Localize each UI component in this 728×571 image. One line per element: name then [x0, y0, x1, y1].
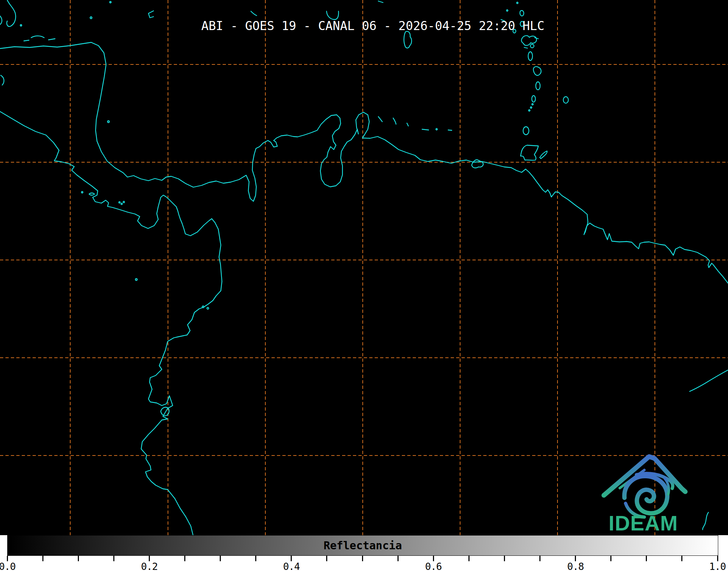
colorbar-minor-tick: [539, 556, 540, 561]
colorbar-major-tick: [433, 556, 434, 561]
coastline-marie-galante: [530, 44, 534, 48]
colorbar-minor-tick: [397, 556, 399, 561]
colorbar-major-tick: [575, 556, 576, 561]
coastline-margarita: [472, 160, 483, 168]
colorbar-tick-label: 0.8: [567, 561, 584, 571]
colorbar-major-tick: [291, 556, 292, 561]
satellite-map: ABI - GOES 19 - CANAL 06 - 2026-04-25 22…: [0, 0, 728, 535]
coastline-malpelo: [135, 279, 137, 281]
coastline-left-edge-fragment-a: [0, 16, 2, 25]
colorbar-minor-tick: [610, 556, 611, 561]
coastline-tobago: [540, 151, 547, 159]
coastline-grenadines: [529, 104, 533, 111]
coastline-corn-island: [108, 121, 109, 123]
coastline-dominica: [528, 52, 533, 60]
colorbar-tick-label: 1.0: [709, 561, 726, 571]
coastline-left-edge-fragment-b: [1, 75, 4, 85]
colorbar-minor-tick: [220, 556, 221, 561]
colorbar-minor-tick: [468, 556, 470, 561]
coastline-jamaica-west-fragment: [7, 0, 16, 26]
ideam-logo-text: IDEAM: [609, 511, 678, 535]
coastline-antilles-top-specks: [501, 2, 518, 21]
coastline-top-dot: [110, 1, 111, 3]
coastline-st-lucia: [536, 82, 540, 90]
coastline-caribbean-mainland-coast: [0, 42, 728, 283]
coastline-pearl-islands: [119, 201, 125, 205]
coastline-venezuelan-islets: [422, 129, 452, 130]
colorbar-minor-tick: [184, 556, 185, 561]
coastline-bay-islands: [24, 36, 55, 41]
colorbar-label: Reflectancia: [8, 536, 718, 555]
coastline-providencia: [90, 17, 92, 19]
coastline-barbados: [563, 97, 568, 103]
colorbar-minor-tick: [78, 556, 79, 561]
coastline-antilles-north-a: [520, 11, 523, 16]
coastline-island-top-center: [404, 32, 412, 48]
coastline-colombia-islets: [202, 306, 209, 309]
colorbar-major-tick: [149, 556, 150, 561]
colorbar-minor-tick: [504, 556, 505, 561]
colorbar-minor-tick: [681, 556, 682, 561]
coastline-grenada: [523, 127, 529, 135]
colorbar-minor-tick: [646, 556, 647, 561]
reflectance-colorbar: Reflectancia: [7, 535, 718, 556]
coastline-jamaica-east-tip: [148, 11, 153, 18]
colorbar-minor-tick: [42, 556, 43, 561]
colorbar-minor-tick: [362, 556, 363, 561]
colorbar-major-tick: [717, 556, 718, 561]
ideam-logo-mountain-swirl: [604, 457, 685, 517]
coastline-pacific-coast: [0, 112, 222, 535]
satellite-viewer: ABI - GOES 19 - CANAL 06 - 2026-04-25 22…: [0, 0, 728, 571]
coastline-guadeloupe-dash: [535, 38, 538, 39]
coastline-guadeloupe: [521, 35, 536, 45]
coastline-aruba: [378, 117, 382, 122]
colorbar-tick-label: 0.2: [141, 561, 158, 571]
colorbar-tick-label: 0.4: [283, 561, 300, 571]
ideam-logo: IDEAM: [597, 451, 717, 538]
colorbar-tick-label: 0.0: [0, 561, 16, 571]
coastline-top-dash: [378, 1, 383, 3]
coastline-martinique: [533, 67, 541, 75]
colorbar-axis: 0.00.20.40.60.81.0: [0, 556, 728, 571]
coastline-curacao: [393, 118, 396, 124]
coastline-small-cay-dot: [20, 25, 22, 26]
colorbar-minor-tick: [255, 556, 256, 561]
coastline-trinidad: [521, 145, 538, 160]
coastline-bonaire: [407, 123, 408, 126]
colorbar-minor-tick: [113, 556, 114, 561]
colorbar-major-tick: [7, 556, 8, 561]
coastline-brazil-northeast-coast: [690, 370, 728, 391]
coastline-haiti-tiburon-arc: [327, 11, 338, 20]
colorbar-minor-tick: [326, 556, 327, 561]
colorbar-tick-label: 0.6: [425, 561, 442, 571]
map-title: ABI - GOES 19 - CANAL 06 - 2026-04-25 22…: [201, 19, 544, 33]
coastline-coiba: [81, 192, 94, 195]
coastline-top-fragment: [251, 11, 257, 16]
coastline-les-saintes-dash: [524, 47, 527, 48]
coastline-st-vincent: [532, 96, 535, 102]
